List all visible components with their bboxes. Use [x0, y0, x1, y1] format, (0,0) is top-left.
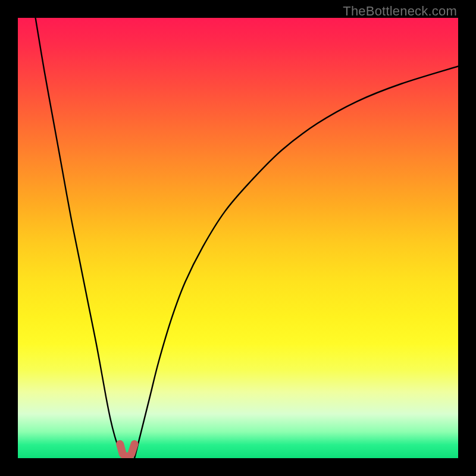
curve-group: [36, 18, 458, 458]
curve-layer: [18, 18, 458, 458]
curve-right-branch: [134, 66, 458, 458]
chart-frame: TheBottleneck.com: [0, 0, 476, 476]
optimum-marker: [120, 444, 134, 456]
curve-left-branch: [36, 18, 123, 458]
watermark-text: TheBottleneck.com: [343, 4, 457, 19]
plot-area: [18, 18, 458, 458]
